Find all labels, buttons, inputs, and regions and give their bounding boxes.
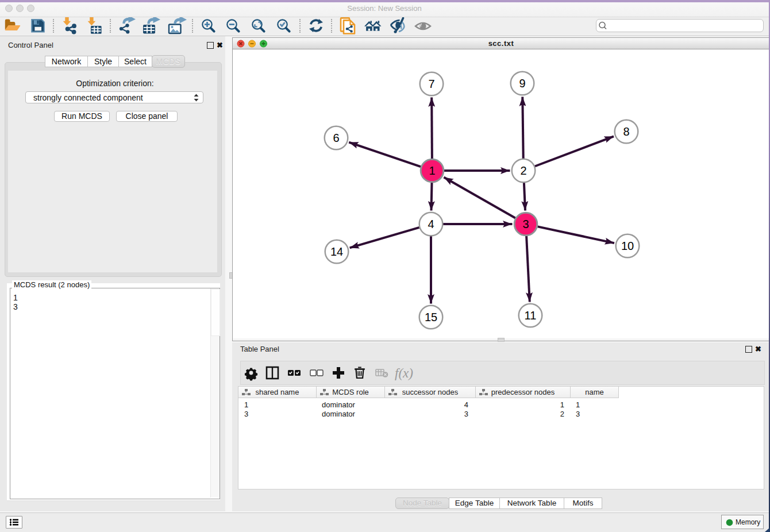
svg-text:8: 8 xyxy=(623,125,629,138)
svg-text:7: 7 xyxy=(428,78,434,90)
svg-text:10: 10 xyxy=(621,240,634,252)
svg-text:11: 11 xyxy=(525,309,537,322)
svg-text:9: 9 xyxy=(519,77,525,90)
svg-text:1: 1 xyxy=(429,164,435,177)
svg-text:14: 14 xyxy=(330,245,343,258)
svg-text:2: 2 xyxy=(520,164,526,177)
svg-text:f(x): f(x) xyxy=(395,366,413,380)
svg-text:3: 3 xyxy=(522,218,529,230)
svg-text:15: 15 xyxy=(425,311,437,323)
svg-text:6: 6 xyxy=(333,132,339,144)
svg-text:4: 4 xyxy=(428,218,434,230)
